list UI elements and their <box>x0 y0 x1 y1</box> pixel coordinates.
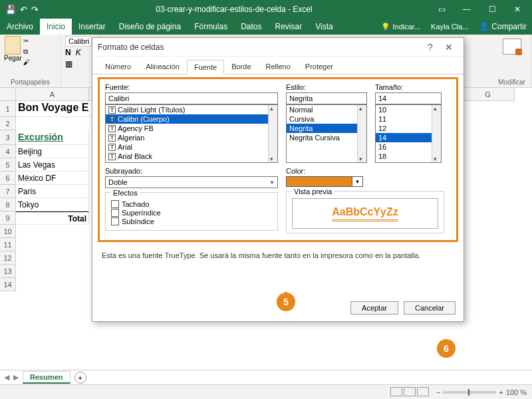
preview-label: Vista previa <box>292 188 334 196</box>
minimize-icon[interactable]: — <box>455 0 479 19</box>
format-cells-dialog: Formato de celdas ? ✕ Número Alineación … <box>92 37 464 322</box>
cell-a3[interactable]: Excursión <box>16 130 89 145</box>
cell-a4[interactable]: Beijing <box>16 145 89 158</box>
truetype-icon: T <box>108 134 116 142</box>
user-name[interactable]: Kayla Cla... <box>426 23 473 31</box>
dialog-tabs: Número Alineación Fuente Borde Relleno P… <box>92 57 464 74</box>
dialog-close-icon[interactable]: ✕ <box>440 42 458 53</box>
ok-button[interactable]: Aceptar <box>350 301 398 315</box>
close-icon[interactable]: ✕ <box>505 0 529 19</box>
cell-a5[interactable]: Las Vegas <box>16 158 89 172</box>
zoom-level[interactable]: 100 % <box>506 388 527 396</box>
row-header[interactable]: 8 <box>0 198 16 211</box>
tell-me[interactable]: 💡 Indicar... <box>376 23 426 31</box>
sheet-nav-next-icon[interactable]: ▶ <box>13 373 19 382</box>
zoom-in-icon[interactable]: + <box>499 388 503 396</box>
dlg-tab-fuente[interactable]: Fuente <box>187 60 224 74</box>
zoom-slider[interactable] <box>443 391 496 394</box>
size-input[interactable]: 14 <box>375 92 442 104</box>
size-label: Tamaño: <box>375 83 442 91</box>
row-header[interactable]: 6 <box>0 172 16 185</box>
tab-inicio[interactable]: Inicio <box>40 19 72 35</box>
row-header[interactable]: 10 <box>0 225 16 238</box>
format-painter-icon[interactable]: 🖌 <box>23 59 34 68</box>
callout-step-5: 5 <box>277 293 295 311</box>
row-header[interactable]: 11 <box>0 238 16 251</box>
font-label: Fuente: <box>105 83 278 91</box>
border-button[interactable]: ▦ <box>65 59 72 68</box>
tab-diseno[interactable]: Diseño de página <box>112 19 188 35</box>
paste-button[interactable]: Pegar <box>4 36 22 62</box>
row-header[interactable]: 13 <box>0 265 16 278</box>
maximize-icon[interactable]: ☐ <box>480 0 504 19</box>
scrollbar[interactable] <box>268 105 277 162</box>
cut-icon[interactable]: ✂ <box>23 37 34 47</box>
font-name-box[interactable]: Calibri <box>65 36 92 47</box>
view-switcher[interactable] <box>390 387 430 398</box>
row-header[interactable]: 1 <box>0 101 16 117</box>
save-icon[interactable]: 💾 <box>5 5 16 15</box>
tab-formulas[interactable]: Fórmulas <box>188 19 234 35</box>
sheet-nav-prev-icon[interactable]: ◀ <box>4 373 9 382</box>
tab-insertar[interactable]: Insertar <box>72 19 112 35</box>
row-header[interactable]: 12 <box>0 251 16 265</box>
font-listbox[interactable]: TCalibri Light (Títulos) TCalibri (Cuerp… <box>105 104 278 163</box>
sheet-tab-resumen[interactable]: Resumen <box>23 371 70 384</box>
clipboard-group-label: Portapapeles <box>4 78 57 86</box>
scrollbar[interactable] <box>432 105 441 162</box>
title-bar: 💾 ↶ ↷ 03-crear-y-modificar-estilos-de-ce… <box>0 0 532 19</box>
select-all-corner[interactable] <box>0 88 16 101</box>
row-header[interactable]: 9 <box>0 211 16 225</box>
dlg-tab-relleno[interactable]: Relleno <box>259 59 298 74</box>
row-header[interactable]: 4 <box>0 145 16 158</box>
help-icon[interactable]: ? <box>421 42 440 53</box>
italic-button[interactable]: K <box>76 48 81 58</box>
cancel-button[interactable]: Cancelar <box>404 301 456 315</box>
status-bar: − + 100 % <box>0 384 532 399</box>
scrollbar[interactable] <box>357 105 366 162</box>
style-input[interactable]: Negrita <box>286 92 367 104</box>
new-sheet-button[interactable]: + <box>74 372 86 384</box>
tab-vista[interactable]: Vista <box>309 19 339 35</box>
col-header[interactable]: G <box>462 88 515 101</box>
copy-icon[interactable]: ⧉ <box>23 48 34 57</box>
style-label: Estilo: <box>286 83 367 91</box>
color-dropdown[interactable]: ▼ <box>286 176 367 187</box>
row-header[interactable]: 2 <box>0 117 16 130</box>
cell-a9[interactable]: Total <box>16 211 89 225</box>
tab-archivo[interactable]: Archivo <box>0 19 40 35</box>
subscript-checkbox[interactable]: Subíndice <box>111 217 272 225</box>
strikethrough-checkbox[interactable]: Tachado <box>111 200 272 208</box>
modify-label: Modificar <box>496 78 527 86</box>
dlg-tab-alineacion[interactable]: Alineación <box>138 59 187 74</box>
dlg-tab-numero[interactable]: Número <box>98 59 138 74</box>
size-listbox[interactable]: 10 11 12 14 16 18 <box>375 104 442 163</box>
row-header[interactable]: 5 <box>0 158 16 172</box>
ribbon-tabs: Archivo Inicio Insertar Diseño de página… <box>0 19 532 35</box>
row-header[interactable]: 3 <box>0 130 16 145</box>
ribbon-options-icon[interactable]: ▭ <box>430 0 454 19</box>
redo-icon[interactable]: ↷ <box>31 5 39 15</box>
cell-a7[interactable]: Paris <box>16 185 89 198</box>
cell-a8[interactable]: Tokyo <box>16 198 89 211</box>
superscript-checkbox[interactable]: Superíndice <box>111 209 272 217</box>
undo-icon[interactable]: ↶ <box>20 5 27 15</box>
bold-button[interactable]: N <box>65 48 71 58</box>
zoom-out-icon[interactable]: − <box>436 388 440 396</box>
cell-a6[interactable]: México DF <box>16 172 89 185</box>
modify-icon[interactable] <box>503 39 521 55</box>
style-listbox[interactable]: Normal Cursiva Negrita Negrita Cursiva <box>286 104 367 163</box>
window-title: 03-crear-y-modificar-estilos-de-celda - … <box>39 5 430 14</box>
row-header[interactable]: 7 <box>0 185 16 198</box>
col-header[interactable]: A <box>16 88 89 101</box>
underline-dropdown[interactable]: Doble▼ <box>105 176 278 188</box>
tab-datos[interactable]: Datos <box>234 19 268 35</box>
truetype-info: Esta es una fuente TrueType. Se usará la… <box>92 245 464 266</box>
truetype-icon: T <box>108 153 116 160</box>
share-button[interactable]: 👤Compartir <box>473 22 532 31</box>
dlg-tab-borde[interactable]: Borde <box>224 59 258 74</box>
font-input[interactable]: Calibri <box>105 92 278 104</box>
tab-revisar[interactable]: Revisar <box>269 19 309 35</box>
row-header[interactable]: 14 <box>0 278 16 291</box>
dlg-tab-proteger[interactable]: Proteger <box>298 59 340 74</box>
